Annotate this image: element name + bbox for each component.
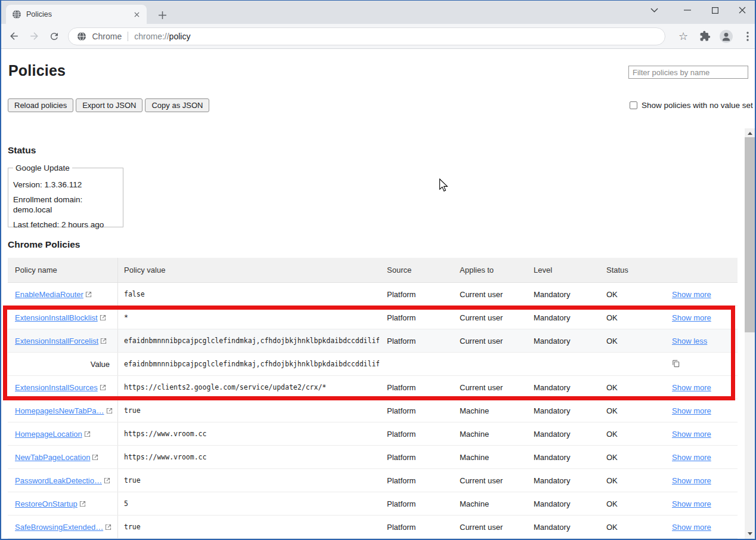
forward-button[interactable] — [26, 28, 42, 45]
policy-source: Platform — [379, 329, 452, 352]
arrow-right-icon — [29, 30, 40, 42]
policy-source: Platform — [379, 469, 452, 492]
chevron-down-icon — [650, 8, 658, 13]
reload-button[interactable] — [46, 28, 62, 45]
policy-status: OK — [599, 422, 664, 445]
policy-source: Platform — [379, 399, 452, 422]
policy-row: HomepageLocation https://www.vroom.cc Pl… — [8, 422, 738, 446]
arrow-left-icon — [8, 30, 20, 42]
policy-row: PasswordLeakDetectio… true Platform Curr… — [8, 469, 738, 492]
triangle-down-icon — [748, 532, 752, 535]
show-more-link[interactable]: Show more — [672, 430, 711, 439]
policy-name-link[interactable]: EnableMediaRouter — [15, 290, 92, 299]
show-more-link[interactable]: Show more — [672, 499, 711, 508]
tab-search-button[interactable] — [645, 0, 663, 20]
globe-icon — [77, 32, 86, 41]
tab-strip: Policies — [0, 0, 756, 24]
header-policy-value: Policy value — [118, 258, 379, 282]
policy-applies-to: Machine — [452, 422, 526, 445]
header-actions — [664, 258, 738, 282]
policy-name-link[interactable]: NewTabPageLocation — [15, 453, 98, 462]
value-detail-text: efaidnbmnnnibpcajpcglclefindmkaj,cfhdojb… — [118, 353, 379, 375]
profile-button[interactable] — [718, 28, 735, 45]
show-more-link[interactable]: Show less — [672, 337, 707, 345]
policy-name-link[interactable]: SafeBrowsingExtended… — [15, 523, 111, 532]
filter-policies-input[interactable] — [628, 66, 748, 79]
person-avatar-icon — [719, 29, 733, 44]
policy-name-link[interactable]: HomepageLocation — [15, 430, 91, 439]
policy-status: OK — [599, 516, 664, 538]
external-link-icon — [106, 408, 113, 414]
external-link-icon — [100, 314, 106, 321]
browser-toolbar: Chrome chrome://policy ☆ — [0, 24, 756, 49]
policy-applies-to: Machine — [452, 492, 526, 515]
policy-row: EnableMediaRouter false Platform Current… — [8, 283, 738, 306]
star-icon: ☆ — [678, 31, 688, 42]
close-icon — [739, 7, 746, 14]
show-more-link[interactable]: Show more — [672, 476, 711, 485]
policy-status: OK — [599, 306, 664, 329]
policy-applies-to: Current user — [452, 306, 526, 329]
policy-value-text: 5 — [118, 492, 379, 515]
policy-applies-to: Machine — [452, 446, 526, 468]
tab-policies[interactable]: Policies — [6, 5, 147, 24]
reload-policies-button[interactable]: Reload policies — [8, 98, 73, 112]
policy-applies-to: Current user — [452, 516, 526, 538]
policy-name-link[interactable]: RestoreOnStartup — [15, 499, 86, 508]
triangle-up-icon — [748, 132, 752, 135]
show-unset-checkbox[interactable] — [630, 101, 637, 109]
minimize-button[interactable] — [674, 0, 701, 20]
policy-applies-to: Current user — [452, 283, 526, 306]
policy-row: ExtensionInstallSources https://clients2… — [8, 376, 738, 399]
policy-level: Mandatory — [526, 399, 599, 422]
bookmark-star-button[interactable]: ☆ — [675, 28, 692, 45]
back-button[interactable] — [6, 28, 22, 45]
value-label: Value — [8, 353, 118, 375]
address-bar[interactable]: Chrome chrome://policy — [68, 27, 665, 45]
show-more-link[interactable]: Show more — [672, 523, 711, 532]
show-more-link[interactable]: Show more — [672, 290, 711, 299]
tab-close-button[interactable] — [131, 9, 142, 20]
export-to-json-button[interactable]: Export to JSON — [76, 98, 142, 112]
policy-name-link[interactable]: PasswordLeakDetectio… — [15, 476, 110, 485]
browser-menu-button[interactable] — [739, 28, 756, 45]
omnibox-divider — [128, 32, 128, 41]
extensions-button[interactable] — [696, 28, 713, 45]
scrollbar-thumb[interactable] — [745, 137, 755, 332]
policy-name-link[interactable]: HomepageIsNewTabPa… — [15, 406, 113, 415]
scroll-down-button[interactable] — [745, 529, 755, 539]
url-path: policy — [169, 32, 191, 41]
minimize-icon — [684, 10, 691, 11]
window-controls — [645, 0, 756, 20]
policy-status: OK — [599, 446, 664, 468]
close-window-button[interactable] — [729, 0, 756, 20]
toolbar-right: ☆ — [670, 28, 756, 45]
policy-source: Platform — [379, 492, 452, 515]
show-more-link[interactable]: Show more — [672, 406, 711, 415]
header-level: Level — [526, 258, 599, 282]
copy-value-button[interactable] — [672, 360, 680, 368]
policy-name-link[interactable]: ExtensionInstallForcelist — [15, 337, 107, 345]
maximize-button[interactable] — [701, 0, 729, 20]
policy-table: Policy name Policy value Source Applies … — [8, 258, 738, 539]
policy-row: RestoreOnStartup 5 Platform Machine Mand… — [8, 492, 738, 516]
external-link-icon — [100, 338, 107, 344]
vertical-scrollbar[interactable] — [745, 128, 755, 539]
policy-name-link[interactable]: ExtensionInstallBlocklist — [15, 313, 106, 322]
policy-row: ExtensionInstallBlocklist * Platform Cur… — [8, 306, 738, 329]
policy-source: Platform — [379, 422, 452, 445]
copy-as-json-button[interactable]: Copy as JSON — [145, 98, 209, 112]
policy-value-text: https://www.vroom.cc — [118, 422, 379, 445]
policy-row: SafeBrowsingExtended… true Platform Curr… — [8, 516, 738, 539]
policy-level: Mandatory — [526, 469, 599, 492]
show-more-link[interactable]: Show more — [672, 453, 711, 462]
show-more-link[interactable]: Show more — [672, 313, 711, 322]
status-last-fetched: Last fetched: 2 hours ago — [13, 220, 118, 230]
show-more-link[interactable]: Show more — [672, 383, 711, 392]
policy-level: Mandatory — [526, 376, 599, 399]
new-tab-button[interactable] — [154, 7, 171, 23]
policy-source: Platform — [379, 446, 452, 468]
policy-value-detail-row: Value efaidnbmnnnibpcajpcglclefindmkaj,c… — [8, 353, 738, 376]
policy-level: Mandatory — [526, 283, 599, 306]
policy-name-link[interactable]: ExtensionInstallSources — [15, 383, 106, 392]
